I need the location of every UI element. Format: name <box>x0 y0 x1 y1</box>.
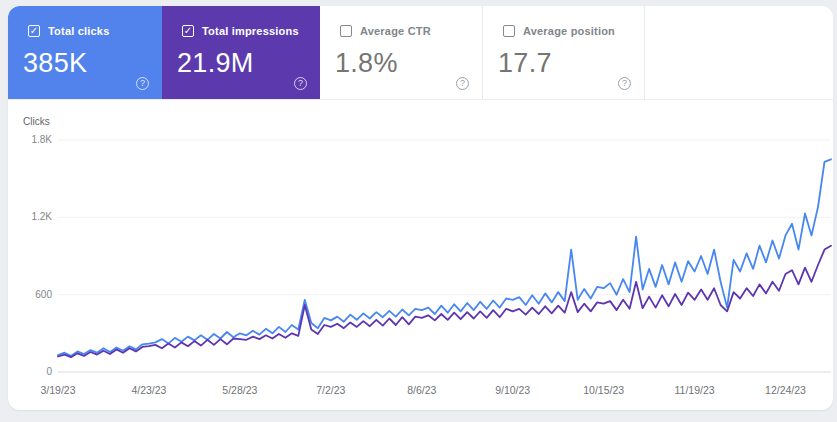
checkbox-unchecked-icon[interactable] <box>340 25 352 37</box>
metric-card-average-ctr[interactable]: Average CTR 1.8% ? <box>320 6 483 99</box>
metric-label: Total clicks <box>48 25 110 37</box>
metric-card-total-impressions[interactable]: ✓ Total impressions 21.9M ? <box>162 6 320 99</box>
metric-head: Average position <box>503 25 615 37</box>
performance-panel: ✓ Total clicks 385K ? ✓ Total impression… <box>8 6 833 410</box>
metric-value: 17.7 <box>498 48 552 79</box>
metric-head: Average CTR <box>340 25 431 37</box>
metric-head: ✓ Total clicks <box>28 25 110 37</box>
metric-label: Average position <box>523 25 615 37</box>
help-icon[interactable]: ? <box>456 77 469 90</box>
x-tick-label: 11/19/23 <box>660 384 730 396</box>
x-tick-label: 9/10/23 <box>478 384 548 396</box>
metrics-row: ✓ Total clicks 385K ? ✓ Total impression… <box>8 6 833 100</box>
checkbox-checked-icon[interactable]: ✓ <box>182 25 194 37</box>
x-tick-label: 3/19/23 <box>23 384 93 396</box>
checkbox-checked-icon[interactable]: ✓ <box>28 25 40 37</box>
performance-chart[interactable]: Clicks 1.8K1.2K6000 3/19/234/23/235/28/2… <box>8 99 833 410</box>
search-console-performance-page: ✓ Total clicks 385K ? ✓ Total impression… <box>0 0 837 422</box>
x-tick-label: 5/28/23 <box>205 384 275 396</box>
y-tick-label: 1.8K <box>8 134 52 145</box>
metric-card-average-position[interactable]: Average position 17.7 ? <box>483 6 645 99</box>
help-icon[interactable]: ? <box>618 77 631 90</box>
metric-card-total-clicks[interactable]: ✓ Total clicks 385K ? <box>8 6 162 99</box>
help-icon[interactable]: ? <box>136 77 149 90</box>
metric-label: Total impressions <box>202 25 299 37</box>
x-tick-label: 7/2/23 <box>296 384 366 396</box>
performance-chart-svg <box>8 99 833 410</box>
series-line-total-impressions <box>58 246 831 358</box>
metric-value: 21.9M <box>177 48 254 79</box>
metric-value: 1.8% <box>335 48 398 79</box>
y-tick-label: 600 <box>8 289 52 300</box>
checkbox-unchecked-icon[interactable] <box>503 25 515 37</box>
series-line-total-clicks <box>58 159 831 356</box>
x-tick-label: 8/6/23 <box>387 384 457 396</box>
y-tick-label: 1.2K <box>8 211 52 222</box>
metric-head: ✓ Total impressions <box>182 25 299 37</box>
metric-value: 385K <box>23 48 87 79</box>
x-tick-label: 10/15/23 <box>569 384 639 396</box>
metric-label: Average CTR <box>360 25 431 37</box>
x-tick-label: 4/23/23 <box>114 384 184 396</box>
help-icon[interactable]: ? <box>294 77 307 90</box>
y-tick-label: 0 <box>8 366 52 377</box>
x-tick-label: 12/24/23 <box>751 384 821 396</box>
